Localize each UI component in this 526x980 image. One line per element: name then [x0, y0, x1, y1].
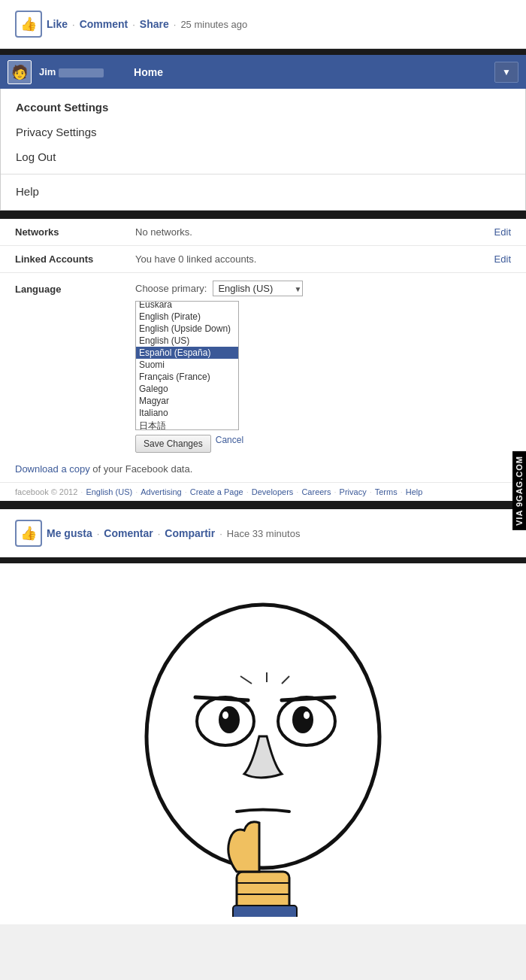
footer-link-createpage[interactable]: Create a Page	[190, 487, 243, 496]
svg-rect-15	[233, 906, 297, 917]
footer-link-developers[interactable]: Developers	[252, 487, 294, 496]
lang-item[interactable]: English (US)	[136, 335, 238, 347]
language-dropdown[interactable]: CatalàČeštinaCymraegDanskDeutschEuskaraE…	[135, 301, 239, 430]
linked-accounts-label: Linked Accounts	[15, 253, 120, 265]
fb-nav-section: 🧑 Jim Home ▼ Account Settings Privacy Se…	[0, 55, 526, 213]
networks-row: Networks No networks. Edit	[0, 219, 526, 246]
top-divider	[0, 49, 526, 55]
svg-point-3	[222, 711, 228, 719]
footer-lang[interactable]: English (US)	[86, 487, 132, 496]
language-controls: Choose primary: English (US) ▼ CatalàČeš…	[135, 281, 303, 453]
sep1: ·	[72, 19, 75, 30]
language-section: Language Choose primary: English (US) ▼ …	[0, 273, 526, 457]
comment-action-es[interactable]: Comentar	[104, 527, 153, 539]
footer-link-terms[interactable]: Terms	[375, 487, 398, 496]
top-like-bar: 👍 Like · Comment · Share · 25 minutes ag…	[0, 0, 526, 49]
menu-divider	[1, 174, 525, 174]
watermark: VIA 9GAG.COM	[512, 451, 526, 530]
sep-es2: ·	[158, 528, 161, 539]
linked-accounts-value: You have 0 linked accounts.	[135, 253, 479, 265]
post-time: 25 minutes ago	[180, 19, 247, 30]
lang-item[interactable]: 日本語	[136, 419, 238, 429]
linked-accounts-row: Linked Accounts You have 0 linked accoun…	[0, 246, 526, 273]
bottom-like-bar: 👍 Me gusta · Comentar · Compartir · Hace…	[0, 509, 526, 557]
download-section: Download a copy of your Facebook data.	[0, 457, 526, 482]
footer-link-advertising[interactable]: Advertising	[141, 487, 181, 496]
menu-item-account-settings[interactable]: Account Settings	[1, 95, 525, 120]
sep3: ·	[174, 19, 177, 30]
bottom-divider1	[0, 503, 526, 509]
svg-point-6	[304, 711, 310, 719]
lang-item[interactable]: Français (France)	[136, 371, 238, 383]
primary-label: Choose primary:	[135, 283, 207, 294]
comment-action[interactable]: Comment	[80, 18, 128, 30]
lang-item[interactable]: Suomi	[136, 359, 238, 371]
like-icon: 👍	[15, 11, 42, 38]
mid-divider	[0, 213, 526, 219]
sep2: ·	[132, 19, 135, 30]
settings-section: Networks No networks. Edit Linked Accoun…	[0, 219, 526, 503]
language-list[interactable]: CatalàČeštinaCymraegDanskDeutschEuskaraE…	[136, 302, 238, 429]
lang-item[interactable]: English (Pirate)	[136, 311, 238, 323]
like-action[interactable]: Like	[47, 18, 68, 30]
linked-accounts-edit[interactable]: Edit	[494, 253, 511, 265]
dropdown-menu: Account Settings Privacy Settings Log Ou…	[0, 89, 526, 211]
meme-face-svg	[120, 586, 406, 917]
meme-section	[0, 563, 526, 924]
footer-link-help[interactable]: Help	[406, 487, 423, 496]
like-action-es[interactable]: Me gusta	[47, 527, 92, 539]
language-select-display[interactable]: English (US)	[213, 281, 303, 296]
lang-item[interactable]: Euskara	[136, 302, 238, 311]
download-link[interactable]: Download a copy	[15, 463, 90, 475]
sep-es1: ·	[97, 528, 100, 539]
fb-username: Jim	[39, 66, 104, 77]
networks-edit[interactable]: Edit	[494, 226, 511, 238]
share-action-es[interactable]: Compartir	[165, 527, 215, 539]
lang-item[interactable]: Español (España)	[136, 347, 238, 359]
language-select-wrapper[interactable]: English (US) ▼	[213, 281, 303, 296]
home-button[interactable]: Home	[134, 66, 163, 78]
footer-link-privacy[interactable]: Privacy	[340, 487, 367, 496]
lang-item[interactable]: Galego	[136, 383, 238, 395]
footer-link-careers[interactable]: Careers	[301, 487, 331, 496]
menu-item-help[interactable]: Help	[1, 179, 525, 204]
lang-item[interactable]: Italiano	[136, 407, 238, 419]
language-label: Language	[15, 281, 120, 295]
svg-point-5	[292, 706, 313, 733]
networks-label: Networks	[15, 226, 120, 238]
lang-item[interactable]: English (Upside Down)	[136, 323, 238, 335]
footer-sep2: ·	[135, 487, 138, 496]
nav-dropdown-arrow[interactable]: ▼	[494, 62, 518, 83]
fb-topbar: 🧑 Jim Home ▼	[0, 55, 526, 89]
sep-es3: ·	[219, 528, 222, 539]
footer-sep: ·	[80, 487, 83, 496]
language-buttons: Save Changes Cancel	[135, 435, 303, 453]
select-arrow-icon: ▼	[294, 284, 301, 293]
bottom-divider2	[0, 557, 526, 563]
fb-footer: facebook © 2012 · English (US) · Adverti…	[0, 482, 526, 501]
post-time-es: Hace 33 minutos	[227, 528, 301, 539]
save-changes-button[interactable]: Save Changes	[135, 435, 211, 453]
menu-item-privacy-settings[interactable]: Privacy Settings	[1, 120, 525, 144]
svg-point-2	[219, 706, 240, 733]
like-icon-bottom: 👍	[15, 520, 42, 547]
share-action[interactable]: Share	[140, 18, 169, 30]
cancel-button[interactable]: Cancel	[216, 435, 243, 453]
download-suffix: of your Facebook data.	[90, 463, 193, 475]
footer-copyright: facebook © 2012	[15, 487, 77, 496]
networks-value: No networks.	[135, 226, 479, 238]
avatar: 🧑	[8, 60, 32, 84]
lang-item[interactable]: Magyar	[136, 395, 238, 407]
menu-item-logout[interactable]: Log Out	[1, 144, 525, 169]
